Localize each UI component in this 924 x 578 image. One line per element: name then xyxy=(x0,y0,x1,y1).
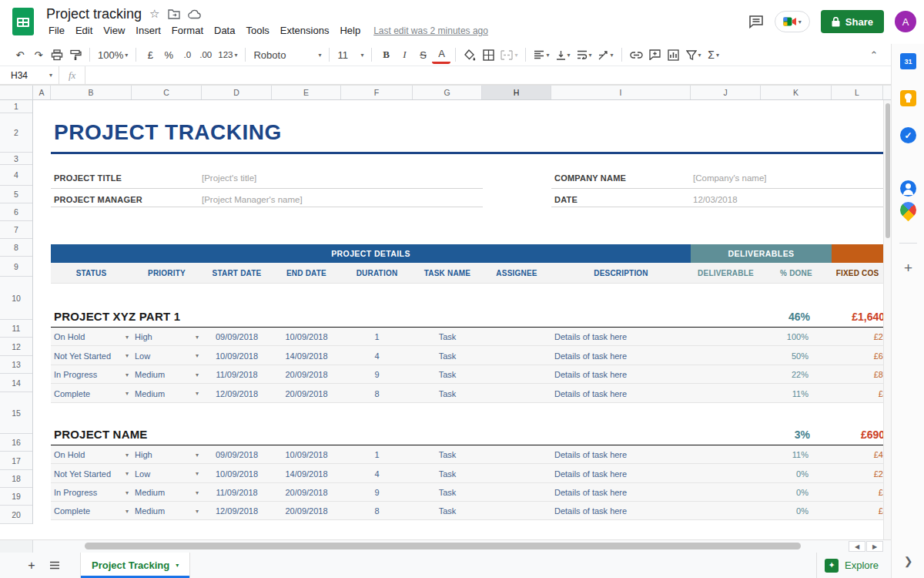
format-currency-button[interactable]: £ xyxy=(141,45,159,64)
horizontal-align-button[interactable]: ▾ xyxy=(531,45,552,64)
print-button[interactable] xyxy=(48,45,66,64)
google-calendar-icon[interactable]: 31 xyxy=(900,53,916,69)
insert-comment-button[interactable] xyxy=(646,45,665,64)
dropdown-caret[interactable]: ▾ xyxy=(126,334,132,341)
dropdown-caret[interactable]: ▾ xyxy=(126,452,132,459)
format-percent-button[interactable]: % xyxy=(159,45,178,64)
row-header-12[interactable]: 12 xyxy=(0,338,32,356)
scroll-left-button[interactable]: ◀ xyxy=(849,541,865,552)
cell-fixed-cost[interactable]: £40 xyxy=(832,445,888,464)
explore-button[interactable]: ✦ Explore xyxy=(816,553,891,578)
row-header-17[interactable]: 17 xyxy=(0,452,32,470)
cell-percent-done[interactable]: 11% xyxy=(761,384,808,403)
column-header-H[interactable]: H xyxy=(482,86,551,99)
column-header-B[interactable]: B xyxy=(51,86,132,99)
document-title[interactable]: Project tracking xyxy=(46,6,142,22)
column-header-J[interactable]: J xyxy=(691,86,761,99)
cell-end-date[interactable]: 14/09/2018 xyxy=(272,464,341,483)
hide-menus-button[interactable]: ⌃ xyxy=(865,45,883,64)
row-header-14[interactable]: 14 xyxy=(0,374,32,392)
menu-tools[interactable]: Tools xyxy=(240,22,274,39)
table-column-header-deliverable[interactable]: DELIVERABLE xyxy=(691,263,761,284)
column-header-F[interactable]: F xyxy=(341,86,413,99)
table-column-header-status[interactable]: STATUS xyxy=(51,263,132,284)
add-sheet-button[interactable]: + xyxy=(20,559,43,573)
row-header-5[interactable]: 5 xyxy=(0,186,32,203)
cell-task-name[interactable]: Task xyxy=(413,346,482,365)
cell-priority[interactable]: Medium▾ xyxy=(132,483,202,502)
dropdown-caret[interactable]: ▾ xyxy=(126,470,132,477)
dropdown-caret[interactable]: ▾ xyxy=(196,470,202,477)
get-addons-button[interactable]: + xyxy=(892,260,924,277)
row-header-15[interactable]: 15 xyxy=(0,392,32,434)
dropdown-caret[interactable]: ▾ xyxy=(196,508,202,515)
dropdown-caret[interactable]: ▾ xyxy=(126,489,132,496)
more-formats-button[interactable]: 123▾ xyxy=(215,45,240,64)
cell-status[interactable]: In Progress▾ xyxy=(51,365,132,384)
dropdown-caret[interactable]: ▾ xyxy=(126,352,132,359)
cell-duration[interactable]: 9 xyxy=(341,483,413,502)
cell-percent-done[interactable]: 0% xyxy=(761,483,808,502)
field-value[interactable]: 12/03/2018 xyxy=(693,195,738,204)
cell-status[interactable]: Complete▾ xyxy=(51,384,132,403)
column-header-D[interactable]: D xyxy=(202,86,272,99)
cell-end-date[interactable]: 10/09/2018 xyxy=(272,445,341,464)
cell-fixed-cost[interactable]: £80 xyxy=(832,365,888,384)
cell-fixed-cost[interactable]: £4 xyxy=(832,502,888,520)
zoom-select[interactable]: 100%▾ xyxy=(95,45,131,64)
dropdown-caret[interactable]: ▾ xyxy=(196,489,202,496)
functions-button[interactable]: Σ▾ xyxy=(705,45,723,64)
cell-description[interactable]: Details of task here xyxy=(551,464,691,483)
menu-data[interactable]: Data xyxy=(209,22,240,39)
row-header-16[interactable]: 16 xyxy=(0,434,32,452)
strikethrough-button[interactable]: S xyxy=(413,45,432,64)
text-rotation-button[interactable]: ▾ xyxy=(595,45,617,64)
table-column-header-task-name[interactable]: TASK NAME xyxy=(413,263,482,284)
row-header-11[interactable]: 11 xyxy=(0,320,32,338)
column-header-G[interactable]: G xyxy=(413,86,482,99)
dropdown-caret[interactable]: ▾ xyxy=(196,452,202,459)
insert-chart-button[interactable] xyxy=(665,45,683,64)
dropdown-caret[interactable]: ▾ xyxy=(126,371,132,378)
table-column-header-duration[interactable]: DURATION xyxy=(341,263,413,284)
cell-start-date[interactable]: 10/09/2018 xyxy=(202,346,272,365)
column-header-A[interactable]: A xyxy=(33,86,51,99)
last-edit-link[interactable]: Last edit was 2 minutes ago xyxy=(373,25,488,36)
cell-description[interactable]: Details of task here xyxy=(551,502,691,520)
cell-start-date[interactable]: 11/09/2018 xyxy=(202,365,272,384)
merge-cells-button[interactable]: ▾ xyxy=(497,45,521,64)
cloud-status-icon[interactable] xyxy=(188,9,202,19)
cell-duration[interactable]: 9 xyxy=(341,365,413,384)
cell-duration[interactable]: 8 xyxy=(341,502,413,520)
horizontal-scrollbar-thumb[interactable] xyxy=(85,543,801,549)
cell-description[interactable]: Details of task here xyxy=(551,328,691,346)
create-filter-button[interactable]: ▾ xyxy=(683,45,705,64)
table-column-header-fixed-cos[interactable]: FIXED COS xyxy=(832,263,883,284)
bold-button[interactable]: B xyxy=(377,45,395,64)
cell-start-date[interactable]: 09/09/2018 xyxy=(202,328,272,346)
column-header-I[interactable]: I xyxy=(551,86,691,99)
table-column-header-assignee[interactable]: ASSIGNEE xyxy=(482,263,551,284)
paint-format-button[interactable] xyxy=(66,45,85,64)
decrease-decimal-button[interactable]: .0 xyxy=(178,45,196,64)
cell-status[interactable]: In Progress▾ xyxy=(51,483,132,502)
cell-task-name[interactable]: Task xyxy=(413,483,482,502)
italic-button[interactable]: I xyxy=(395,45,413,64)
borders-button[interactable] xyxy=(479,45,497,64)
cell-description[interactable]: Details of task here xyxy=(551,483,691,502)
cell-task-name[interactable]: Task xyxy=(413,384,482,403)
text-color-button[interactable]: A xyxy=(432,45,450,64)
formula-input[interactable] xyxy=(85,66,891,84)
google-contacts-icon[interactable] xyxy=(900,180,916,197)
cell-start-date[interactable]: 09/09/2018 xyxy=(202,445,272,464)
cell-priority[interactable]: Medium▾ xyxy=(132,502,202,520)
cell-start-date[interactable]: 12/09/2018 xyxy=(202,384,272,403)
redo-button[interactable]: ↷ xyxy=(29,45,48,64)
table-column-header-description[interactable]: DESCRIPTION xyxy=(551,263,691,284)
cell-start-date[interactable]: 11/09/2018 xyxy=(202,483,272,502)
cell-description[interactable]: Details of task here xyxy=(551,445,691,464)
cell-duration[interactable]: 1 xyxy=(341,445,413,464)
table-column-header-priority[interactable]: PRIORITY xyxy=(132,263,202,284)
collapse-side-panel-button[interactable]: ❯ xyxy=(892,555,924,567)
table-column-header-end-date[interactable]: END DATE xyxy=(272,263,341,284)
